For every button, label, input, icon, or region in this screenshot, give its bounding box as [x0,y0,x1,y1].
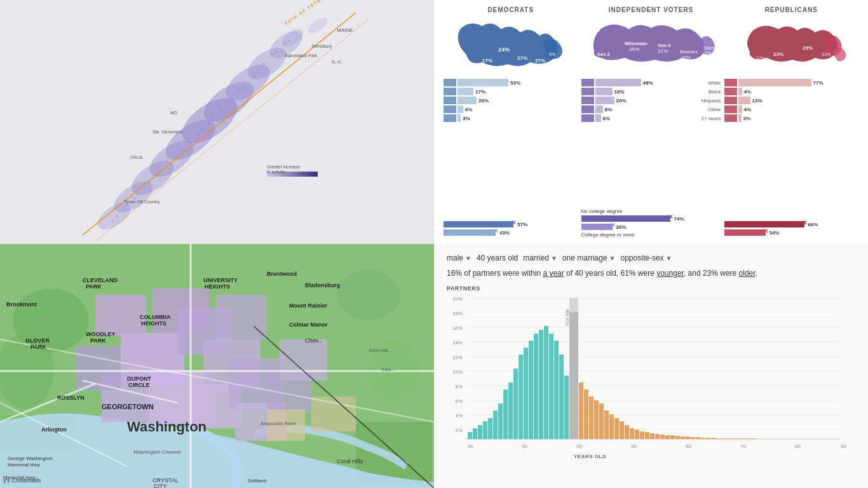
svg-point-37 [166,159,168,161]
svg-point-25 [234,102,236,104]
svg-text:Boomers: Boomers [680,50,698,54]
republicans-blob: 12% 23% 29% 31% 5% [724,17,859,74]
democrats-col: DEMOCRATS 17% 24% 27% 27% 5% [444,6,578,238]
svg-text:Ced...: Ced... [381,367,395,372]
svg-text:5%: 5% [836,60,842,65]
svg-text:WOODLEY: WOODLEY [86,331,116,337]
svg-rect-87 [76,346,121,390]
svg-rect-183 [599,403,604,439]
marriages-filter[interactable]: one marriage ▼ [562,254,616,262]
svg-point-13 [290,45,292,47]
svg-rect-185 [609,414,614,439]
svg-point-31 [197,133,200,136]
svg-point-15 [275,51,278,53]
svg-text:Coral Hills: Coral Hills [337,458,363,464]
svg-text:John-Ha...: John-Ha... [369,348,392,353]
svg-rect-173 [554,341,559,439]
svg-text:20: 20 [468,444,473,449]
svg-rect-201 [691,437,695,439]
svg-rect-187 [620,421,624,439]
svg-text:4%: 4% [455,413,463,419]
democrats-blob: 17% 24% 27% 27% 5% [444,17,578,74]
svg-rect-165 [513,369,518,439]
svg-point-11 [306,15,330,36]
svg-text:Colmar Manor: Colmar Manor [289,322,328,328]
svg-rect-163 [503,390,508,439]
svg-point-35 [175,154,178,157]
svg-text:12%: 12% [756,56,765,60]
svg-rect-158 [478,425,482,439]
svg-rect-196 [665,435,670,439]
svg-text:30: 30 [522,444,527,449]
nh-label: N. H. [332,60,342,64]
svg-text:Anacostia River: Anacostia River [260,421,296,426]
svg-rect-200 [686,437,690,439]
svg-text:Gen-X: Gen-X [658,43,671,48]
svg-rect-91 [216,295,267,339]
svg-text:GEORGETOWN: GEORGETOWN [102,403,154,410]
marital-filter[interactable]: married ▼ [523,254,557,262]
gender-arrow: ▼ [465,255,471,262]
svg-text:26%: 26% [595,57,604,62]
svg-rect-205 [711,438,715,439]
gender-filter[interactable]: male ▼ [447,254,471,262]
svg-rect-203 [701,438,705,439]
svg-text:Millennials: Millennials [625,41,648,46]
svg-rect-174 [559,355,564,439]
svg-text:20%: 20% [452,296,463,302]
svg-rect-213 [752,438,756,439]
svg-rect-202 [696,437,700,439]
democrats-edu-bars: ✕ 57% ✕ 43% [444,216,578,238]
maine-label: MAINE [337,27,353,33]
mo-label: MO. [170,111,179,115]
svg-text:CITY: CITY [154,483,167,488]
svg-rect-90 [280,339,327,381]
texas-label: Texas Hill Country [124,200,160,205]
orientation-filter[interactable]: opposite-sex ▼ [621,254,672,262]
democrats-race-bars: 53% 17% 20% 6% 3% [444,79,578,213]
svg-text:Memorial Hwy: Memorial Hwy [8,462,40,468]
svg-text:50: 50 [631,444,637,449]
svg-text:2%: 2% [705,51,711,55]
svg-rect-78 [95,295,146,336]
independent-title: INDEPENDENT VOTERS [581,6,721,13]
svg-text:CIRCLE: CIRCLE [128,382,150,388]
svg-rect-193 [650,433,654,439]
svg-rect-186 [614,418,619,439]
svg-point-16 [279,57,281,58]
svg-text:UNIVERSITY: UNIVERSITY [203,277,238,283]
svg-rect-169 [534,334,538,439]
svg-rect-167 [524,348,528,439]
svg-text:31%: 31% [822,52,831,57]
svg-text:Bladensburg: Bladensburg [305,282,340,288]
svg-rect-188 [625,425,629,439]
svg-point-17 [272,53,275,55]
svg-point-27 [218,105,221,109]
svg-rect-162 [498,403,503,439]
johnsbury-label: Johnsbury [311,44,332,49]
svg-text:80: 80 [795,444,801,449]
partners-chart-panel: male ▼ 40 years old married ▼ one marria… [434,244,868,488]
gender-value: male [447,254,463,262]
independent-blob: Gen Z 26% Millennials 36% Gen-X 21% Boom… [581,17,721,74]
democrats-title: DEMOCRATS [444,6,578,13]
svg-text:Arlington: Arlington [41,426,67,433]
svg-point-21 [257,72,259,74]
svg-text:14%: 14% [452,340,463,346]
svg-point-20 [253,75,256,78]
svg-text:PARK: PARK [90,337,106,344]
svg-point-24 [231,97,233,100]
svg-point-45 [123,209,125,211]
adirondack-label: Adirondack Park [285,53,318,58]
svg-rect-179 [579,383,583,439]
svg-text:DUPONT: DUPONT [127,376,152,382]
svg-text:HEIGHTS: HEIGHTS [141,320,166,327]
svg-text:Mount Rainier: Mount Rainier [289,302,327,309]
age-filter[interactable]: 40 years old [477,254,518,262]
svg-text:George Washington: George Washington [8,456,53,461]
svg-rect-207 [721,438,726,439]
marital-arrow: ▼ [551,255,557,262]
svg-rect-182 [594,400,599,439]
svg-rect-161 [493,410,498,439]
marital-value: married [523,254,549,262]
